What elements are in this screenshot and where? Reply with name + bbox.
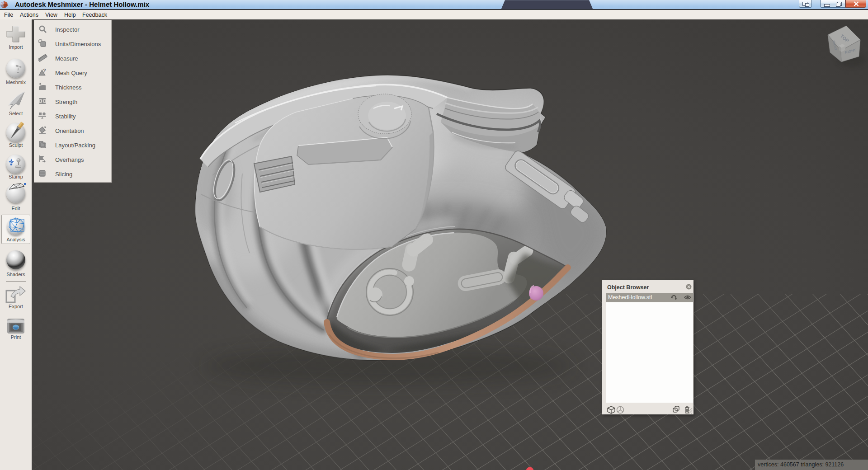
svg-text:?: ? [43,68,46,73]
